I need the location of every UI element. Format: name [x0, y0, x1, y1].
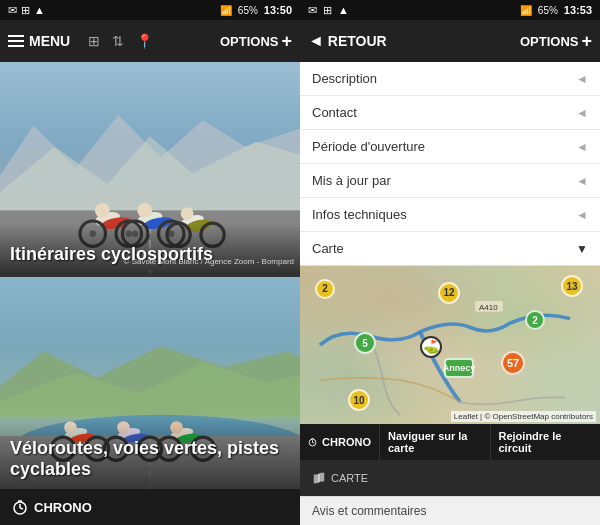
action-row-2: CARTE	[300, 460, 600, 496]
navigate-label: Naviguer sur la carte	[388, 430, 482, 454]
photo-icon: ⊞	[21, 4, 30, 17]
map-marker-annecy: Annecy	[444, 358, 474, 378]
cards-container: Itinéraires cyclosportifs © Savoie Mont …	[0, 62, 300, 489]
back-label: RETOUR	[328, 33, 387, 49]
card-cyclosportifs[interactable]: Itinéraires cyclosportifs © Savoie Mont …	[0, 62, 300, 274]
leaflet-credit: Leaflet | © OpenStreetMap contributors	[454, 412, 593, 421]
menu-item-description-arrow: ◄	[576, 72, 588, 86]
options-label: OPTIONS	[220, 34, 279, 49]
menu-item-description-label: Description	[312, 71, 377, 86]
menu-list: Description ◄ Contact ◄ Période d'ouvert…	[300, 62, 600, 266]
rejoin-action-button[interactable]: Rejoindre le circuit	[491, 424, 601, 460]
right-panel: ✉ ⊞ ▲ 📶 65% 13:53 ◄ RETOUR OPTIONS + Des…	[300, 0, 600, 525]
svg-point-6	[95, 203, 110, 218]
battery-level: 65%	[238, 5, 258, 16]
chrono-action-label: CHRONO	[322, 436, 371, 448]
right-options-label: OPTIONS	[520, 34, 579, 49]
chrono-action-icon	[308, 435, 317, 449]
menu-item-ouverture[interactable]: Période d'ouverture ◄	[300, 130, 600, 164]
wifi-icon-r: 📶	[520, 5, 532, 16]
svg-point-13	[137, 203, 152, 218]
map-marker-checkered: ⛳	[420, 336, 442, 358]
menu-item-ouverture-arrow: ◄	[576, 140, 588, 154]
right-status-right: 📶 65% 13:53	[520, 4, 592, 16]
wifi-icon: 📶	[220, 5, 232, 16]
card-1-caption: © Savoie Mont Blanc / Agence Zoom - Bomp…	[124, 257, 294, 266]
back-button[interactable]: ◄ RETOUR	[308, 32, 387, 50]
svg-point-20	[181, 207, 194, 220]
chrono-icon	[12, 499, 28, 515]
menu-item-infos-arrow: ◄	[576, 208, 588, 222]
grid-icon[interactable]: ⊞	[88, 33, 100, 49]
carte-action-label: CARTE	[331, 472, 368, 484]
right-topbar: ◄ RETOUR OPTIONS +	[300, 20, 600, 62]
menu-item-description[interactable]: Description ◄	[300, 62, 600, 96]
avis-bar[interactable]: Avis et commentaires	[300, 496, 600, 525]
menu-item-carte-arrow: ▼	[576, 242, 588, 256]
menu-item-ouverture-label: Période d'ouverture	[312, 139, 425, 154]
time-r: 13:53	[564, 4, 592, 16]
menu-item-contact-arrow: ◄	[576, 106, 588, 120]
left-panel: ✉ ⊞ ▲ 📶 65% 13:50 MENU ⊞ ⇅ 📍 OPTIONS +	[0, 0, 300, 525]
menu-label: MENU	[29, 33, 70, 49]
chrono-label: CHRONO	[34, 500, 92, 515]
message-icon: ✉	[8, 4, 17, 17]
svg-text:A410: A410	[479, 303, 498, 311]
plus-icon: +	[281, 31, 292, 52]
map-marker-12: 12	[438, 282, 460, 304]
right-options-button[interactable]: OPTIONS +	[520, 31, 592, 52]
chrono-action-button[interactable]: CHRONO	[300, 424, 380, 460]
left-status-right-icons: 📶 65% 13:50	[220, 4, 292, 16]
action-row-1: CHRONO Naviguer sur la carte Rejoindre l…	[300, 424, 600, 460]
svg-rect-57	[321, 473, 325, 482]
card-2-overlay: Véloroutes, voies vertes, pistes cyclabl…	[0, 418, 300, 489]
menu-button[interactable]: MENU	[8, 33, 70, 49]
right-plus-icon: +	[581, 31, 592, 52]
svg-marker-56	[317, 473, 321, 484]
clock-display: 13:50	[264, 4, 292, 16]
map-container[interactable]: A410 2 12 13 5 2 ⛳ Annecy 57 10 Leaflet …	[300, 266, 600, 424]
map-credit: Leaflet | © OpenStreetMap contributors	[451, 411, 596, 422]
left-topbar: MENU ⊞ ⇅ 📍 OPTIONS +	[0, 20, 300, 62]
options-button[interactable]: OPTIONS +	[220, 31, 292, 52]
menu-item-infos-label: Infos techniques	[312, 207, 407, 222]
svg-line-47	[20, 508, 23, 509]
menu-item-majpar-label: Mis à jour par	[312, 173, 391, 188]
carte-action-button[interactable]: CARTE	[300, 460, 380, 496]
message-icon-r: ✉	[308, 4, 317, 17]
left-bottombar: CHRONO	[0, 489, 300, 525]
menu-item-majpar-arrow: ◄	[576, 174, 588, 188]
svg-rect-55	[314, 475, 318, 484]
filter-icon[interactable]: ⇅	[112, 33, 124, 49]
navigate-action-button[interactable]: Naviguer sur la carte	[380, 424, 491, 460]
menu-item-contact-label: Contact	[312, 105, 357, 120]
avis-label: Avis et commentaires	[312, 504, 427, 518]
back-arrow-icon: ◄	[308, 32, 324, 50]
battery-r: 65%	[538, 5, 558, 16]
rejoin-label: Rejoindre le circuit	[499, 430, 593, 454]
nav-icons: ⊞ ⇅ 📍	[88, 33, 153, 49]
svg-line-53	[313, 443, 315, 444]
menu-item-contact[interactable]: Contact ◄	[300, 96, 600, 130]
menu-item-carte-label: Carte	[312, 241, 344, 256]
right-bottombar: CHRONO Naviguer sur la carte Rejoindre l…	[300, 424, 600, 496]
menu-item-carte[interactable]: Carte ▼	[300, 232, 600, 265]
chrono-button[interactable]: CHRONO	[12, 499, 92, 515]
right-status-left: ✉ ⊞ ▲	[308, 4, 349, 17]
left-status-left-icons: ✉ ⊞ ▲	[8, 4, 45, 17]
photo-icon-r: ⊞	[323, 4, 332, 17]
left-statusbar: ✉ ⊞ ▲ 📶 65% 13:50	[0, 0, 300, 20]
carte-action-icon	[312, 471, 326, 485]
card-1-overlay: Itinéraires cyclosportifs	[0, 224, 300, 274]
menu-item-majpar[interactable]: Mis à jour par ◄	[300, 164, 600, 198]
right-statusbar: ✉ ⊞ ▲ 📶 65% 13:53	[300, 0, 600, 20]
cloud-icon: ▲	[34, 4, 45, 16]
location-icon[interactable]: 📍	[136, 33, 153, 49]
card-2-title: Véloroutes, voies vertes, pistes cyclabl…	[10, 438, 290, 481]
map-marker-2: 2	[315, 279, 335, 299]
card-veloroutes[interactable]: Véloroutes, voies vertes, pistes cyclabl…	[0, 277, 300, 489]
hamburger-icon	[8, 35, 24, 47]
menu-item-infos[interactable]: Infos techniques ◄	[300, 198, 600, 232]
cloud-icon-r: ▲	[338, 4, 349, 16]
